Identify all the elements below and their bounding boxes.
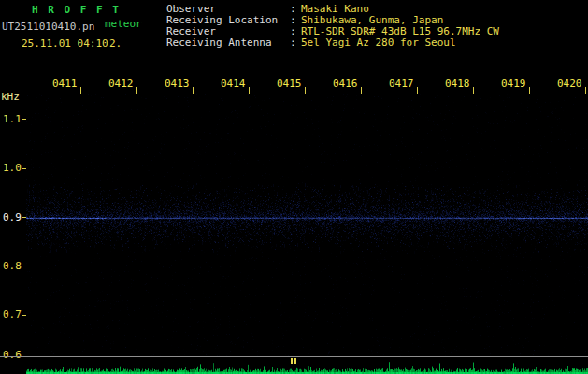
time-tick-label: 0418 bbox=[445, 79, 470, 90]
time-tick-mark bbox=[80, 87, 81, 94]
output-filename: UT2511010410.pn bbox=[2, 22, 94, 33]
time-tick-label: 0419 bbox=[501, 79, 526, 90]
time-tick-label: 0416 bbox=[333, 79, 358, 90]
freq-tick-label: 0.8 bbox=[3, 261, 22, 272]
time-tick-label: 0414 bbox=[221, 79, 246, 90]
hrofft-output-screen: H R O F F T UT2511010410.pn meteor 25.11… bbox=[0, 0, 588, 374]
freq-tick-label: 0.7 bbox=[3, 309, 22, 321]
observation-counter: 2. bbox=[109, 38, 122, 50]
time-tick-mark bbox=[529, 87, 530, 94]
time-tick-mark bbox=[305, 87, 306, 94]
time-tick-label: 0412 bbox=[108, 79, 134, 90]
time-tick-label: 0415 bbox=[277, 79, 302, 90]
freq-axis-unit: kHz bbox=[1, 92, 20, 103]
observer-info-block: Observer : Masaki Kano Receiving Locatio… bbox=[166, 4, 588, 49]
app-title: H R O F F T bbox=[32, 5, 121, 16]
time-tick-label: 0417 bbox=[389, 79, 414, 90]
freq-tick-label: 0.6 bbox=[3, 350, 22, 361]
spectrogram-plot bbox=[26, 94, 588, 356]
time-tick-mark bbox=[585, 87, 586, 94]
time-tick-mark bbox=[249, 87, 250, 94]
freq-tick-label: 1.0 bbox=[3, 163, 22, 174]
time-tick-mark bbox=[193, 87, 194, 94]
time-tick-mark bbox=[361, 87, 362, 94]
info-label: Receiving Antenna bbox=[166, 37, 290, 49]
time-tick-label: 0411 bbox=[52, 79, 78, 90]
freq-tick-label: 1.1 bbox=[3, 114, 22, 125]
info-value: 5el Yagi Az 280 for Seoul bbox=[301, 37, 456, 49]
time-tick-label: 0420 bbox=[557, 79, 582, 90]
info-row-antenna: Receiving Antenna : 5el Yagi Az 280 for … bbox=[166, 37, 588, 49]
time-tick-mark bbox=[136, 87, 137, 94]
time-tick-mark bbox=[473, 87, 474, 94]
freq-tick-label-carrier: 0.9 bbox=[3, 212, 22, 223]
time-tick-label: 0413 bbox=[165, 79, 190, 90]
observation-datetime: 25.11.01 04:10 bbox=[22, 38, 108, 50]
info-colon: : bbox=[290, 37, 301, 49]
plot-separator-line bbox=[0, 356, 588, 357]
station-name: meteor bbox=[105, 19, 142, 30]
time-tick-mark bbox=[417, 87, 418, 94]
signal-level-strip bbox=[26, 358, 588, 374]
